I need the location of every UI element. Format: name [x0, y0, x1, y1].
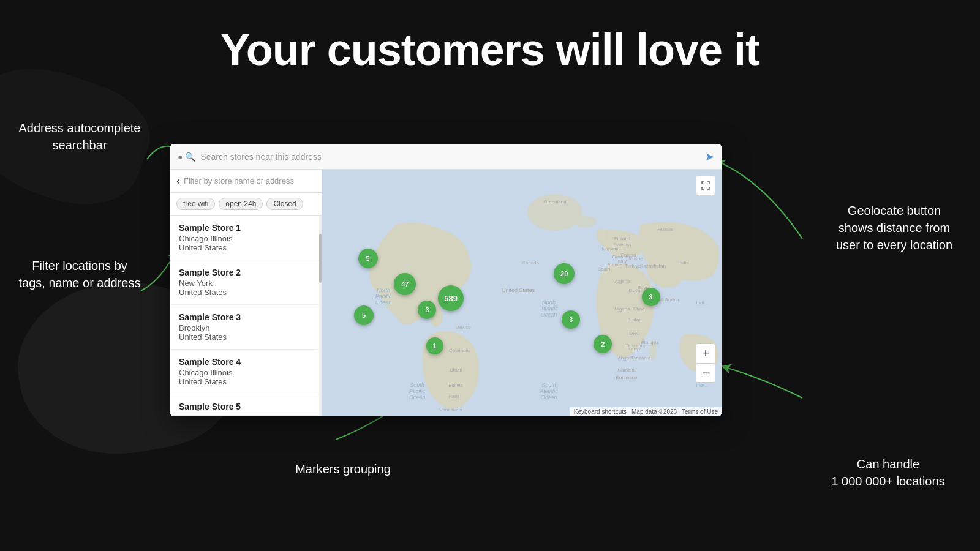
svg-text:Colombia: Colombia	[449, 348, 470, 353]
cluster-marker-7[interactable]: 3	[562, 310, 580, 329]
svg-text:Pacific: Pacific	[375, 293, 392, 299]
page-headline: Your customers will love it	[0, 0, 980, 75]
zoom-controls: + −	[696, 343, 715, 383]
store-city-3: Brooklyn	[179, 323, 313, 332]
cluster-marker-0[interactable]: 5	[358, 249, 378, 268]
search-bar: ●︎ 🔍 Search stores near this address ➤	[170, 144, 722, 170]
svg-text:Sudan: Sudan	[627, 317, 641, 323]
svg-text:Indi...: Indi...	[696, 300, 708, 305]
store-item-5[interactable]: Sample Store 5	[170, 394, 322, 416]
store-city-1: Chicago Illinois	[179, 234, 313, 243]
map-area: United States Canada Colombia Brazil Bol…	[322, 170, 722, 416]
svg-text:Nigeria: Nigeria	[614, 306, 630, 312]
annotation-filter: Filter locations by tags, name or addres…	[12, 257, 147, 291]
svg-text:Ethiopia: Ethiopia	[641, 340, 659, 345]
filter-bar: ‹ Filter by store name or address	[170, 170, 322, 193]
svg-text:South: South	[410, 382, 424, 388]
svg-text:Kazakhstan: Kazakhstan	[640, 263, 666, 269]
store-city-4: Chicago Illinois	[179, 368, 313, 377]
store-country-2: United States	[179, 288, 313, 297]
svg-text:Russia: Russia	[658, 227, 673, 232]
store-name-1: Sample Store 1	[179, 223, 313, 233]
back-button[interactable]: ‹	[176, 174, 180, 187]
search-input[interactable]: Search stores near this address	[200, 152, 700, 162]
svg-point-4	[703, 241, 713, 263]
svg-text:Brazil: Brazil	[450, 367, 462, 373]
store-name-5: Sample Store 5	[179, 402, 313, 411]
svg-text:North: North	[377, 287, 390, 293]
store-country-1: United States	[179, 243, 313, 252]
app-window: ●︎ 🔍 Search stores near this address ➤ ‹…	[170, 144, 722, 416]
svg-text:Botswana: Botswana	[616, 375, 638, 380]
svg-text:India: India	[678, 260, 689, 266]
store-name-4: Sample Store 4	[179, 357, 313, 367]
svg-text:Ocean: Ocean	[541, 312, 557, 318]
store-item-2[interactable]: Sample Store 2 New York United States	[170, 260, 322, 305]
cluster-marker-4[interactable]: 3	[418, 301, 436, 319]
cluster-marker-8[interactable]: 1	[426, 337, 443, 354]
svg-text:Bolivia: Bolivia	[448, 383, 463, 388]
svg-text:Indi...: Indi...	[696, 383, 708, 388]
svg-text:Kenya: Kenya	[628, 346, 642, 351]
search-icon: ●︎ 🔍	[178, 152, 195, 162]
attribution-terms: Terms of Use	[682, 408, 718, 415]
svg-text:Ocean: Ocean	[541, 394, 557, 400]
svg-text:Pacific: Pacific	[409, 388, 426, 394]
svg-text:Atlantic: Atlantic	[539, 305, 558, 312]
zoom-in-button[interactable]: +	[696, 343, 715, 363]
svg-text:United States: United States	[502, 287, 535, 293]
scroll-indicator	[319, 216, 322, 416]
svg-text:Ocean: Ocean	[409, 394, 426, 400]
svg-text:DRC: DRC	[629, 331, 640, 336]
filter-input[interactable]: Filter by store name or address	[184, 176, 315, 186]
store-country-4: United States	[179, 377, 313, 386]
svg-text:Ocean: Ocean	[375, 299, 392, 305]
svg-text:Turkiye: Turkiye	[625, 263, 641, 269]
svg-text:Atlantic: Atlantic	[539, 388, 558, 394]
store-item-3[interactable]: Sample Store 3 Brooklyn United States	[170, 305, 322, 350]
svg-text:Finland: Finland	[614, 236, 630, 241]
svg-text:Greenland: Greenland	[543, 199, 566, 204]
tag-closed[interactable]: Closed	[266, 198, 303, 210]
scroll-thumb[interactable]	[319, 234, 322, 283]
svg-text:Tanzania: Tanzania	[631, 355, 651, 361]
store-name-3: Sample Store 3	[179, 312, 313, 322]
annotation-handle: Can handle 1 000 000+ locations	[809, 455, 968, 490]
svg-text:Namibia: Namibia	[617, 367, 636, 373]
attribution-keyboard: Keyboard shortcuts	[574, 408, 627, 415]
cluster-marker-6[interactable]: 3	[642, 288, 660, 306]
store-item-1[interactable]: Sample Store 1 Chicago Illinois United S…	[170, 216, 322, 260]
annotation-address-autocomplete: Address autocomplete searchbar	[12, 119, 147, 154]
svg-text:Chad: Chad	[633, 306, 644, 312]
store-name-2: Sample Store 2	[179, 268, 313, 277]
svg-text:Algeria: Algeria	[615, 279, 630, 284]
svg-text:Sweden: Sweden	[614, 242, 631, 247]
tag-row: free wifi open 24h Closed	[170, 193, 322, 216]
geolocate-button[interactable]: ➤	[705, 150, 714, 163]
cluster-marker-3[interactable]: 5	[354, 305, 374, 325]
svg-point-2	[575, 216, 597, 228]
svg-text:Poland: Poland	[621, 252, 636, 258]
map-attribution: Keyboard shortcuts Map data ©2023 Terms …	[570, 407, 722, 416]
map-expand-button[interactable]	[696, 176, 715, 195]
tag-free-wifi[interactable]: free wifi	[176, 198, 215, 210]
main-content: ‹ Filter by store name or address free w…	[170, 170, 722, 416]
svg-text:Venezuela: Venezuela	[439, 407, 462, 413]
store-city-2: New York	[179, 279, 313, 288]
store-country-3: United States	[179, 332, 313, 342]
sidebar: ‹ Filter by store name or address free w…	[170, 170, 322, 416]
annotation-markers: Markers grouping	[282, 460, 404, 478]
store-item-4[interactable]: Sample Store 4 Chicago Illinois United S…	[170, 350, 322, 394]
store-list: Sample Store 1 Chicago Illinois United S…	[170, 216, 322, 416]
svg-text:Peru: Peru	[449, 394, 459, 399]
annotation-geolocate: Geolocate button shows distance from use…	[821, 202, 968, 253]
svg-text:Canada: Canada	[522, 260, 540, 266]
svg-text:Mexico: Mexico	[455, 324, 471, 330]
svg-text:South: South	[541, 382, 556, 388]
zoom-out-button[interactable]: −	[696, 363, 715, 383]
svg-point-3	[596, 228, 606, 243]
svg-text:North: North	[542, 299, 556, 305]
attribution-data: Map data ©2023	[631, 408, 677, 415]
tag-open-24h[interactable]: open 24h	[219, 198, 263, 210]
